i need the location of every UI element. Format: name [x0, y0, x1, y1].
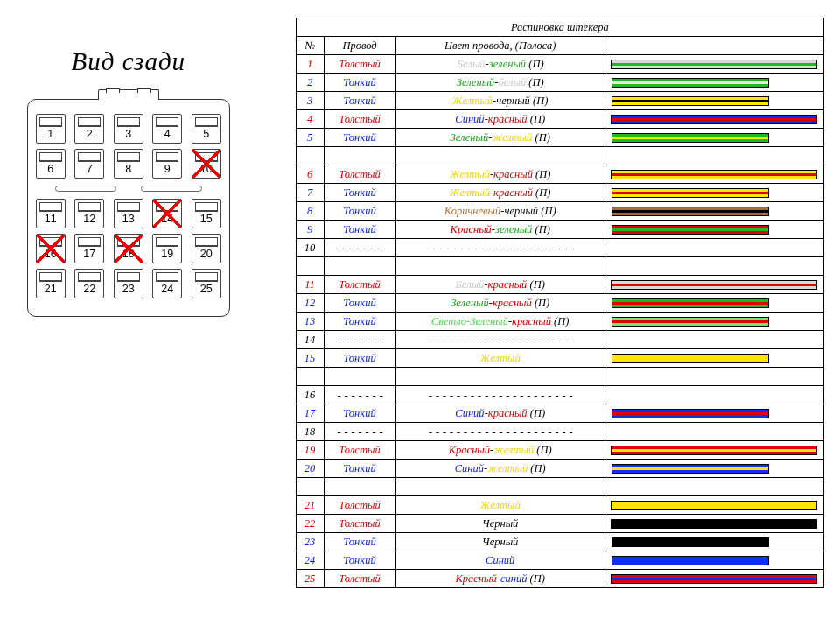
wire-stripe — [612, 320, 768, 323]
cell-num: 12 — [296, 294, 324, 313]
cell-wire: Толстый — [324, 165, 396, 184]
cell-wire: Тонкий — [324, 74, 396, 92]
table-row: 16---------------------------- — [296, 386, 823, 404]
cell-swatch — [605, 570, 823, 588]
pin-1: 1 — [36, 114, 66, 144]
gap-cell — [296, 257, 324, 276]
wire-stripe — [612, 228, 768, 231]
cell-color: Красный-желтый (П) — [396, 441, 606, 460]
cell-wire: Толстый — [324, 570, 396, 588]
table-row: 9ТонкийКрасный-зеленый (П) — [296, 221, 823, 239]
cell-num: 9 — [296, 221, 324, 239]
pin-6: 6 — [36, 149, 66, 179]
gap-cell — [605, 147, 823, 165]
connector-tab — [98, 89, 159, 100]
cell-color: --------------------- — [396, 331, 606, 349]
cell-color: Желтый — [396, 496, 606, 515]
gap-cell — [396, 368, 606, 386]
cell-wire: ------- — [324, 423, 396, 441]
cell-wire: ------- — [324, 239, 396, 257]
cell-color: Синий — [396, 551, 606, 570]
pin-7: 7 — [74, 149, 104, 179]
wire-swatch — [612, 464, 769, 474]
wire-swatch — [611, 115, 817, 124]
cell-swatch — [605, 202, 823, 221]
pin-3: 3 — [114, 114, 144, 144]
cell-num: 24 — [296, 551, 324, 570]
table-row: 3ТонкийЖелтый-черный (П) — [296, 92, 823, 110]
cell-swatch — [605, 515, 823, 533]
pin-20: 20 — [192, 234, 221, 263]
cell-swatch — [605, 496, 823, 515]
cell-color: Зеленый-желтый (П) — [396, 129, 606, 147]
cell-num: 10 — [296, 239, 324, 257]
wire-swatch — [612, 96, 769, 106]
cell-wire: Тонкий — [324, 92, 396, 110]
cell-num: 25 — [296, 570, 324, 588]
wire-swatch — [612, 207, 769, 216]
pin-21: 21 — [36, 269, 66, 298]
cell-color: Белый-зеленый (П) — [396, 55, 606, 74]
cell-swatch — [605, 294, 823, 313]
cell-color: Черный — [396, 533, 606, 551]
cell-num: 15 — [296, 349, 324, 368]
wire-swatch — [611, 60, 817, 69]
wire-stripe — [612, 81, 768, 84]
cell-swatch — [605, 74, 823, 92]
cell-wire: Тонкий — [324, 533, 396, 551]
wire-stripe — [612, 173, 816, 176]
col-header-num: № — [296, 37, 324, 55]
wire-swatch — [612, 556, 769, 565]
pin-row: 12345 — [36, 114, 221, 144]
table-row — [296, 368, 823, 386]
cell-num: 20 — [296, 460, 324, 478]
cell-swatch — [605, 313, 823, 331]
cell-color: Желтый-красный (П) — [396, 165, 606, 184]
table-row: 5ТонкийЗеленый-желтый (П) — [296, 129, 823, 147]
wire-stripe — [612, 412, 768, 415]
table-row: 23ТонкийЧерный — [296, 533, 823, 551]
table-row: 17ТонкийСиний-красный (П) — [296, 404, 823, 423]
cell-wire: Тонкий — [324, 460, 396, 478]
wire-swatch — [611, 501, 817, 510]
cell-wire: Толстый — [324, 515, 396, 533]
wire-stripe — [612, 137, 768, 139]
table-row: 22ТолстыйЧерный — [296, 515, 823, 533]
cell-num: 4 — [296, 110, 324, 129]
cell-swatch — [605, 221, 823, 239]
pin-16: 16 — [36, 234, 66, 263]
table-row: 7ТонкийЖелтый-красный (П) — [296, 184, 823, 202]
gap-cell — [324, 478, 396, 496]
pin-12: 12 — [74, 199, 104, 228]
wire-stripe — [612, 449, 816, 452]
wire-stripe — [612, 63, 816, 66]
gap-cell — [296, 368, 324, 386]
cell-color: Зеленый-красный (П) — [396, 294, 606, 313]
cell-color: Желтый-черный (П) — [396, 92, 606, 110]
cell-color: Зеленый-белый (П) — [396, 74, 606, 92]
cell-swatch — [605, 239, 823, 257]
wire-swatch — [611, 446, 817, 455]
table-row: 8ТонкийКоричневый-черный (П) — [296, 202, 823, 221]
cell-wire: Толстый — [324, 110, 396, 129]
cell-num: 8 — [296, 202, 324, 221]
wire-swatch — [611, 280, 817, 290]
col-header-swatch — [605, 37, 823, 55]
cell-swatch — [605, 441, 823, 460]
cell-swatch — [605, 276, 823, 294]
pin-5: 5 — [192, 114, 221, 144]
cell-swatch — [605, 331, 823, 349]
wire-stripe — [612, 192, 768, 194]
pin-17: 17 — [74, 234, 104, 263]
pin-10: 10 — [192, 149, 221, 179]
cell-color: Черный — [396, 515, 606, 533]
wire-swatch — [612, 133, 769, 143]
table-row: 18---------------------------- — [296, 423, 823, 441]
cell-num: 3 — [296, 92, 324, 110]
cell-wire: Толстый — [324, 496, 396, 515]
wire-swatch — [612, 317, 769, 327]
wire-stripe — [612, 100, 768, 102]
pin-row: 1617181920 — [36, 234, 221, 263]
cell-num: 18 — [296, 423, 324, 441]
cell-wire: Тонкий — [324, 294, 396, 313]
